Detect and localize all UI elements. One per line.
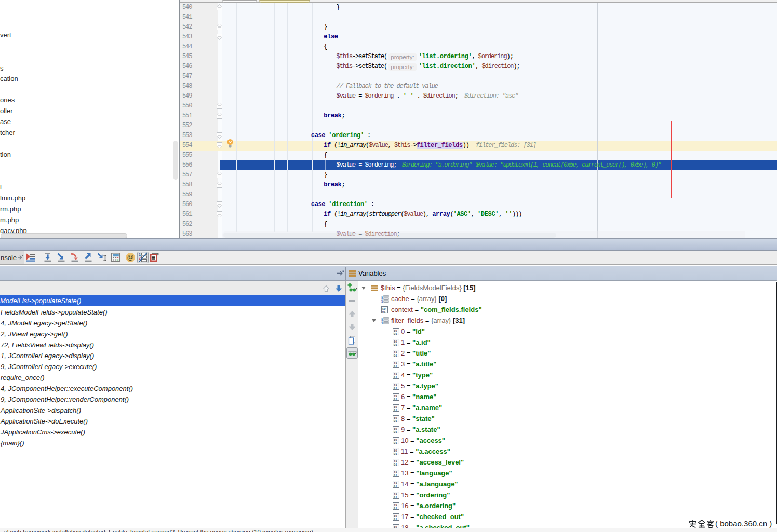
svg-text:01: 01 — [394, 419, 397, 422]
svg-text:01: 01 — [394, 452, 397, 455]
svg-text:3: 3 — [381, 300, 383, 303]
svg-text:3: 3 — [381, 322, 383, 324]
svg-text:01: 01 — [394, 506, 397, 510]
svg-text:01: 01 — [394, 430, 397, 433]
svg-text:01: 01 — [394, 364, 397, 368]
svg-text:01: 01 — [394, 375, 397, 379]
svg-text:01: 01 — [394, 343, 397, 346]
svg-text:01: 01 — [394, 332, 397, 335]
svg-text:01: 01 — [382, 310, 386, 313]
svg-text:01: 01 — [394, 462, 397, 466]
svg-text:01: 01 — [394, 495, 397, 499]
svg-text:01: 01 — [394, 517, 397, 521]
svg-text:01: 01 — [394, 386, 397, 390]
svg-text:01: 01 — [394, 441, 397, 444]
svg-text:1: 1 — [139, 253, 141, 256]
svg-text:01: 01 — [394, 484, 397, 488]
svg-text:01: 01 — [394, 473, 397, 477]
svg-text:01: 01 — [394, 408, 397, 412]
svg-text:01: 01 — [394, 353, 397, 357]
svg-text:01: 01 — [394, 397, 397, 401]
